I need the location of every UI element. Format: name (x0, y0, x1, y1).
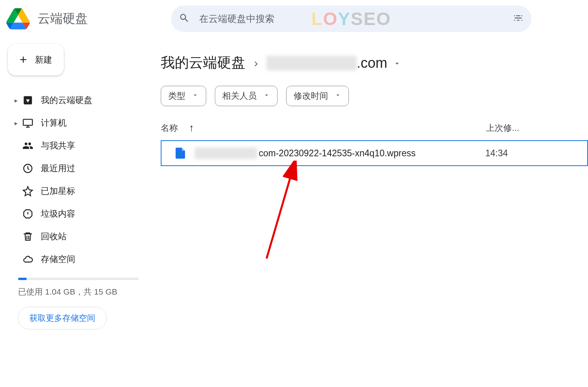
people-icon (22, 140, 34, 152)
nav-label: 最近用过 (41, 163, 141, 174)
storage-meter-fill (18, 278, 27, 280)
chevron-right-icon: › (254, 56, 258, 70)
computers-icon (22, 117, 34, 129)
caret-down-icon[interactable] (393, 55, 401, 71)
caret-down-icon (192, 91, 199, 101)
nav-label: 我的云端硬盘 (41, 94, 141, 106)
nav-shared-with-me[interactable]: 与我共享 (8, 135, 145, 156)
storage-meter (18, 278, 139, 280)
search-icon (179, 13, 190, 25)
filter-people[interactable]: 相关人员 (215, 86, 278, 106)
my-drive-icon (22, 94, 34, 106)
nav-recent[interactable]: 最近用过 (8, 158, 145, 179)
sidebar: + 新建 ▸ 我的云端硬盘 ▸ 计算机 与我共享 (0, 38, 153, 336)
nav-trash[interactable]: 回收站 (8, 226, 145, 247)
filter-label: 修改时间 (294, 90, 328, 102)
nav-label: 回收站 (41, 231, 141, 242)
drive-logo-icon (6, 8, 30, 30)
filter-modified[interactable]: 修改时间 (286, 86, 349, 106)
table-header: 名称 ↑ 上次修... (161, 122, 588, 140)
redacted-text (267, 56, 357, 71)
breadcrumb-root[interactable]: 我的云端硬盘 (161, 53, 245, 72)
nav-label: 垃圾内容 (41, 208, 141, 220)
column-name[interactable]: 名称 ↑ (161, 122, 486, 134)
caret-down-icon (263, 91, 270, 101)
storage-text: 已使用 1.04 GB，共 15 GB (18, 286, 145, 297)
nav-computers[interactable]: ▸ 计算机 (8, 112, 145, 134)
breadcrumb: 我的云端硬盘 › .com (161, 53, 588, 72)
file-icon (176, 148, 185, 159)
file-name: com-20230922-142535-xn4q10.wpress (194, 147, 485, 159)
new-button-label: 新建 (35, 54, 52, 66)
search-input[interactable] (199, 13, 513, 24)
svg-rect-0 (23, 119, 32, 125)
nav-spam[interactable]: 垃圾内容 (8, 203, 145, 224)
filter-bar: 类型 相关人员 修改时间 (161, 86, 588, 106)
buy-storage-button[interactable]: 获取更多存储空间 (18, 307, 107, 329)
redacted-text (194, 147, 257, 159)
star-icon (22, 185, 34, 197)
plus-icon: + (20, 52, 27, 67)
search-bar[interactable]: LOYSEO (171, 5, 532, 32)
nav-my-drive[interactable]: ▸ 我的云端硬盘 (8, 90, 145, 111)
chevron-right-icon[interactable]: ▸ (12, 97, 20, 104)
breadcrumb-suffix: .com (357, 55, 387, 71)
caret-down-icon (334, 91, 341, 101)
file-modified: 14:34 (485, 148, 587, 159)
nav-storage[interactable]: 存储空间 (8, 249, 145, 270)
file-name-suffix: com-20230922-142535-xn4q10.wpress (259, 148, 416, 159)
filter-type[interactable]: 类型 (161, 86, 206, 106)
clock-icon (22, 163, 34, 174)
filter-label: 类型 (168, 90, 185, 102)
nav-label: 与我共享 (41, 140, 141, 152)
trash-icon (22, 231, 34, 242)
app-title: 云端硬盘 (38, 10, 88, 27)
cloud-icon (22, 253, 34, 265)
nav-label: 已加星标 (41, 185, 141, 197)
nav-label: 存储空间 (41, 253, 141, 265)
nav-label: 计算机 (41, 117, 141, 129)
nav-starred[interactable]: 已加星标 (8, 181, 145, 202)
filter-label: 相关人员 (222, 90, 257, 102)
breadcrumb-current[interactable]: .com (267, 55, 401, 71)
spam-icon (22, 208, 34, 220)
column-modified[interactable]: 上次修... (486, 122, 588, 134)
file-row[interactable]: com-20230922-142535-xn4q10.wpress 14:34 (161, 140, 588, 166)
new-button[interactable]: + 新建 (8, 44, 64, 76)
chevron-right-icon[interactable]: ▸ (12, 119, 20, 127)
sort-ascending-icon[interactable]: ↑ (189, 122, 194, 134)
search-filter-icon[interactable] (513, 13, 524, 25)
